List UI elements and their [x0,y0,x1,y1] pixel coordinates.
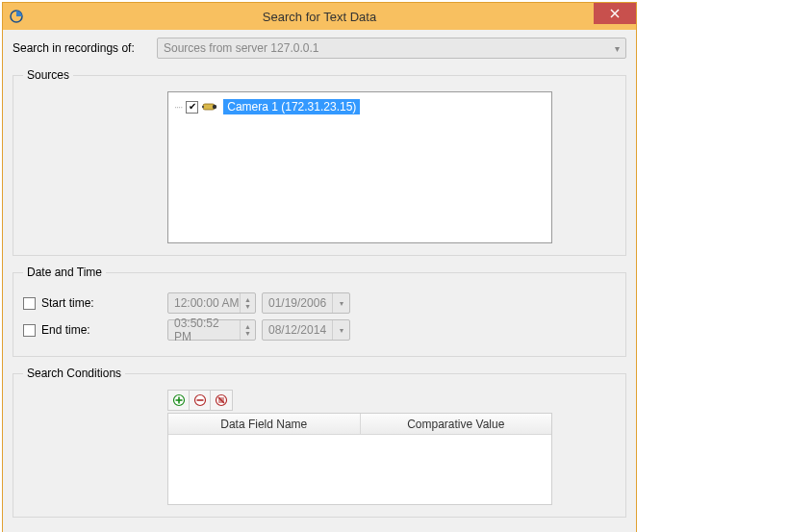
end-time-spinner[interactable]: 03:50:52 PM ▲▼ [167,319,256,341]
app-icon [9,9,24,24]
end-date-picker[interactable]: 08/12/2014 ▾ [262,319,350,341]
conditions-toolbar [167,390,233,411]
chevron-down-icon: ▾ [332,320,349,340]
sources-group: Sources ···· ✔ Camera 1 (172.31.23.15) [13,68,626,256]
end-time-label: End time: [41,323,90,337]
dialog-footer: Search Close [13,527,626,532]
conditions-table: Data Field Name Comparative Value [167,413,552,505]
search-in-label: Search in recordings of: [13,41,157,55]
conditions-group: Search Conditions [13,367,626,518]
end-time-value: 03:50:52 PM [174,317,240,343]
close-window-button[interactable] [594,3,636,24]
window-title: Search for Text Data [3,10,636,24]
conditions-header: Data Field Name Comparative Value [168,414,551,435]
dialog-content: Search in recordings of: Sources from se… [3,30,636,532]
clear-conditions-button[interactable] [211,391,232,410]
camera-icon [202,101,219,113]
conditions-body[interactable] [168,435,551,504]
search-in-row: Search in recordings of: Sources from se… [13,38,626,59]
tree-connector: ···· [174,101,184,113]
chevron-down-icon: ▾ [615,43,620,54]
start-date-value: 01/19/2006 [268,296,326,310]
search-in-value: Sources from server 127.0.0.1 [164,41,318,55]
spinner-arrows-icon: ▲▼ [240,293,255,313]
svg-rect-5 [202,106,204,108]
start-time-checkbox[interactable] [23,297,36,310]
column-comparative-value[interactable]: Comparative Value [361,414,552,435]
end-time-checkbox[interactable] [23,324,36,337]
datetime-legend: Date and Time [23,266,106,279]
source-label: Camera 1 (172.31.23.15) [223,99,360,114]
spinner-arrows-icon: ▲▼ [240,320,255,340]
source-checkbox[interactable]: ✔ [186,101,198,114]
end-date-value: 08/12/2014 [268,323,326,337]
svg-point-4 [213,105,216,109]
dialog-window: Search for Text Data Search in recording… [2,2,637,532]
chevron-down-icon: ▾ [332,293,349,313]
search-in-combo[interactable]: Sources from server 127.0.0.1 ▾ [157,38,626,59]
column-field-name[interactable]: Data Field Name [168,414,361,435]
end-time-row: End time: 03:50:52 PM ▲▼ 08/12/2014 ▾ [23,317,616,342]
sources-tree[interactable]: ···· ✔ Camera 1 (172.31.23.15) [167,91,552,243]
datetime-group: Date and Time Start time: 12:00:00 AM ▲▼ [13,266,626,357]
start-date-picker[interactable]: 01/19/2006 ▾ [262,292,350,314]
start-time-row: Start time: 12:00:00 AM ▲▼ 01/19/2006 [23,291,616,316]
add-condition-button[interactable] [168,391,190,410]
start-time-value: 12:00:00 AM [174,296,239,310]
tree-row[interactable]: ···· ✔ Camera 1 (172.31.23.15) [174,98,546,115]
start-time-label: Start time: [41,296,94,310]
titlebar: Search for Text Data [3,3,636,30]
remove-condition-button[interactable] [190,391,211,410]
sources-legend: Sources [23,68,73,82]
conditions-legend: Search Conditions [23,367,125,380]
start-time-spinner[interactable]: 12:00:00 AM ▲▼ [167,292,256,314]
